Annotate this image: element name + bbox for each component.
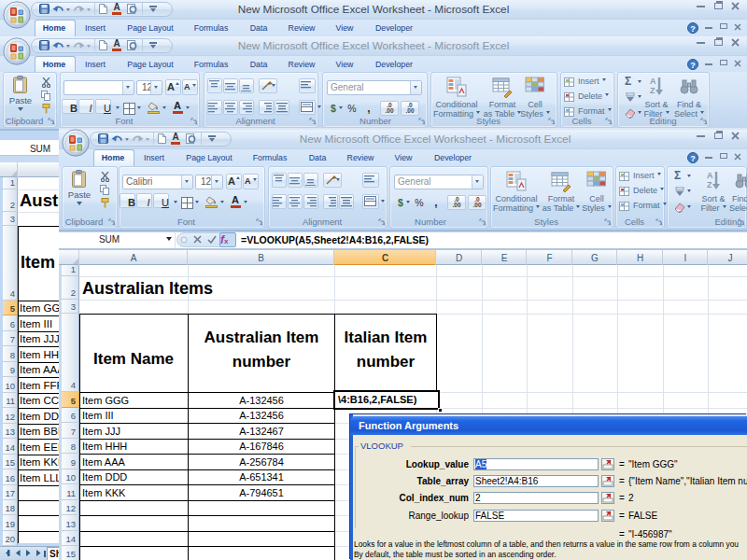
svg-text:Z: Z (650, 86, 655, 95)
svg-text:Z: Z (707, 180, 712, 189)
svg-text:A: A (650, 77, 656, 86)
svg-text:A: A (707, 171, 713, 180)
svg-text:?: ? (690, 24, 696, 34)
svg-text:?: ? (690, 61, 696, 70)
svg-text:?: ? (690, 154, 696, 163)
